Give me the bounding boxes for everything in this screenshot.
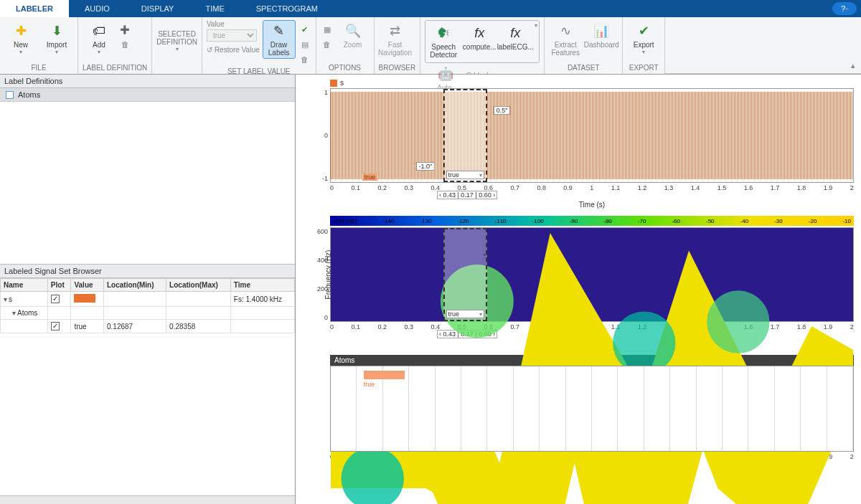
table-row[interactable]: ▾s Fs: 1.4000 kHz [1, 292, 295, 307]
waveform-trace [331, 92, 853, 179]
label-util2-icon[interactable]: ▤ [298, 38, 311, 51]
extract-features-button[interactable]: ∿Extract Features [549, 20, 582, 59]
tab-time[interactable]: TIME [189, 0, 240, 17]
roi-readout: ‹ 0.43 | 0.17 | 0.60 › [437, 191, 497, 199]
col-name[interactable]: Name [1, 279, 48, 292]
plus-icon: ✚ [12, 22, 29, 39]
value-label: Value [207, 20, 260, 28]
legend-label: s [340, 79, 344, 87]
group-labeldef-title: LABEL DEFINITION [83, 62, 147, 74]
speech-icon: 🗣 [435, 24, 452, 42]
labeldef-item-atoms[interactable]: Atoms [0, 88, 295, 102]
import-icon: ⬇ [48, 22, 65, 39]
table-row[interactable]: true 0.12687 0.28358 [1, 320, 295, 333]
svg-point-2 [613, 312, 675, 374]
group-options-title: OPTIONS [321, 62, 370, 74]
selected-definition-dropdown[interactable]: ▾ [176, 46, 179, 52]
check-icon: ✔ [635, 22, 652, 39]
label-definitions-header: Label Definitions [0, 75, 295, 88]
expander-icon[interactable]: ▾ [4, 295, 7, 303]
speech-detector-button[interactable]: 🗣Speech Detector [427, 22, 460, 61]
delete-icon[interactable]: 🗑 [118, 38, 131, 51]
export-button[interactable]: ✔Export▾ [627, 20, 660, 57]
autolabel-icon: 🤖 [437, 65, 454, 82]
plot-checkbox[interactable] [51, 322, 60, 331]
zoom-button[interactable]: 🔍Zoom [337, 20, 370, 51]
svg-point-3 [707, 291, 769, 353]
add-labeldef-button[interactable]: 🏷Add▾ [83, 20, 116, 57]
group-dataset-title: DATASET [549, 62, 618, 74]
plot-area: s 10-1 0.5" -1.0" true▾ true 00.10.20.30… [296, 75, 861, 504]
fast-nav-button[interactable]: ⇄Fast Navigation [379, 20, 412, 59]
fx-icon: fx [507, 24, 524, 42]
tab-labeler[interactable]: LABELER [0, 0, 69, 17]
dashboard-icon: 📊 [593, 22, 610, 39]
roi-value-dropdown[interactable]: true▾ [446, 171, 485, 179]
selected-definition-label: SELECTED DEFINITION [156, 30, 197, 46]
roi-selection[interactable]: true▾ ↔ [443, 228, 488, 321]
col-value[interactable]: Value [71, 279, 104, 292]
nav-icon: ⇄ [387, 22, 404, 39]
waveform-xlabel: Time (s) [330, 201, 854, 209]
roi-value-dropdown[interactable]: true▾ [446, 310, 485, 318]
draw-labels-button[interactable]: ✎Draw Labels [263, 20, 296, 59]
atom-region-label: true [364, 381, 375, 388]
value-select[interactable]: true [207, 29, 257, 42]
spectrogram-colorbar: -150 (dB)-140-130-120-110-100-90-80-70-6… [330, 216, 854, 226]
label-util1-icon[interactable]: ✔ [298, 23, 311, 36]
menu-tabs: LABELER AUDIO DISPLAY TIME SPECTROGRAM ?… [0, 0, 861, 17]
label-util3-icon[interactable]: 🗑 [298, 53, 311, 66]
help-button[interactable]: ? ▾ [832, 2, 857, 15]
annot-high: 0.5" [494, 106, 511, 115]
col-locmax[interactable]: Location(Max) [166, 279, 231, 292]
group-file-title: FILE [4, 62, 73, 74]
color-swatch [74, 294, 95, 303]
waveform-axes[interactable]: 10-1 0.5" -1.0" true▾ true [330, 88, 854, 183]
tag-icon: 🏷 [90, 22, 108, 39]
opt2-icon[interactable]: 🗑 [321, 38, 334, 51]
collapse-ribbon-icon[interactable]: ▴ [847, 59, 860, 72]
table-row[interactable]: ▾Atoms [1, 307, 295, 320]
restore-value-button[interactable]: ↺Restore Value [207, 46, 260, 54]
group-browser-title: BROWSER [379, 62, 416, 74]
signal-set-table: Name Plot Value Location(Min) Location(M… [0, 278, 295, 333]
roi-type-icon [6, 91, 14, 99]
col-plot[interactable]: Plot [47, 279, 71, 292]
compute-fn-button[interactable]: fxcompute... [463, 22, 496, 53]
horizontal-scrollbar[interactable] [0, 495, 295, 504]
opt1-icon[interactable]: ▦ [321, 23, 334, 36]
roi-selection[interactable]: 0.5" -1.0" true▾ [443, 89, 488, 182]
legend-swatch [330, 80, 337, 87]
signal-set-browser-header: Labeled Signal Set Browser [0, 264, 295, 278]
col-locmin[interactable]: Location(Min) [104, 279, 166, 292]
draw-icon: ✎ [270, 22, 288, 39]
resize-handle-icon[interactable]: ↔ [481, 249, 490, 260]
tab-audio[interactable]: AUDIO [69, 0, 126, 17]
expander-icon[interactable]: ▾ [12, 309, 16, 317]
labelecg-fn-button[interactable]: fxlabelECG... [499, 22, 532, 53]
plot-checkbox[interactable] [51, 295, 60, 303]
atoms-track[interactable]: true [330, 366, 854, 452]
atom-region[interactable] [364, 371, 405, 379]
annot-low: -1.0" [416, 162, 436, 171]
import-button[interactable]: ⬇Import▾ [40, 20, 73, 57]
tab-display[interactable]: DISPLAY [126, 0, 190, 17]
group-export-title: EXPORT [627, 62, 660, 74]
sublabel-add-icon[interactable]: ➕ [118, 23, 131, 36]
left-panel: Label Definitions Atoms Labeled Signal S… [0, 75, 296, 504]
new-button[interactable]: ✚New▾ [4, 20, 37, 57]
features-icon: ∿ [557, 22, 574, 39]
true-tag: true [362, 173, 378, 181]
undo-icon: ↺ [207, 46, 212, 54]
dashboard-button[interactable]: 📊Dashboard [585, 20, 618, 51]
spectrogram-axes[interactable]: Frequency (Hz) 6004002000 true▾ ↔ [330, 227, 854, 322]
automate-gallery-dropdown[interactable]: ▾ [535, 22, 537, 29]
zoom-icon: 🔍 [344, 22, 362, 39]
tab-spectrogram[interactable]: SPECTROGRAM [240, 0, 334, 17]
ribbon: ✚New▾ ⬇Import▾ FILE 🏷Add▾ ➕ 🗑 LABEL DEFI… [0, 17, 861, 75]
fx-icon: fx [471, 24, 488, 42]
col-time[interactable]: Time [230, 279, 294, 292]
